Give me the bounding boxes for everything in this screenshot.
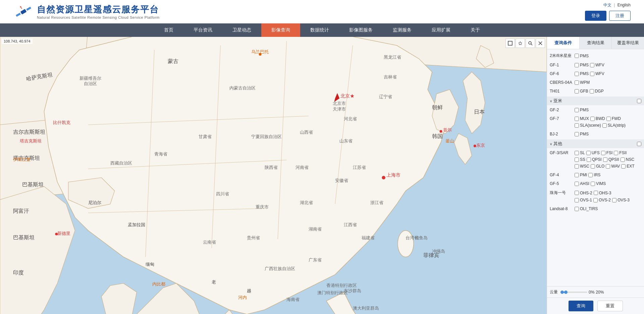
cb-section-other[interactable]: [637, 142, 641, 146]
nav-data-stats[interactable]: 数据统计: [300, 23, 339, 37]
checkbox-pms-gf2[interactable]: PMS: [575, 108, 589, 112]
lang-zh[interactable]: 中文: [603, 3, 611, 7]
checkbox-irs-gf4[interactable]: IRS: [588, 173, 600, 177]
cb-bwd-gf7[interactable]: [590, 117, 595, 121]
cb-ovs2-zh1[interactable]: [593, 198, 598, 202]
checkbox-wav-gf3[interactable]: WAV: [606, 164, 620, 169]
checkbox-pms-2m8m[interactable]: PMS: [575, 54, 589, 58]
checkbox-ahsi-gf5[interactable]: AHSI: [575, 181, 589, 186]
checkbox-fsi-gf3[interactable]: FSI: [601, 150, 613, 155]
checkbox-pms-gf1[interactable]: PMS: [575, 63, 589, 67]
checkbox-pms-bj2[interactable]: PMS: [575, 132, 589, 136]
cb-vims-gf5[interactable]: [591, 182, 595, 186]
cb-sla-scene-gf7[interactable]: [575, 123, 579, 128]
slider-thumb-right[interactable]: [564, 291, 568, 294]
cb-wfv-gf1[interactable]: [590, 63, 594, 67]
close-map-tool[interactable]: [536, 39, 545, 48]
nav-image-query[interactable]: 影像查询: [261, 23, 300, 37]
query-button[interactable]: 查询: [569, 301, 593, 311]
cb-ohs2-zh1[interactable]: [575, 191, 579, 195]
checkbox-fwd-gf7[interactable]: FWD: [606, 116, 621, 121]
nav-image-service[interactable]: 影像图服务: [339, 23, 383, 37]
nav-home[interactable]: 首页: [154, 23, 183, 37]
cb-qpsi-gf3[interactable]: [587, 158, 591, 162]
checkbox-bwd-gf7[interactable]: BWD: [590, 116, 605, 121]
checkbox-sla-scene-gf7[interactable]: SLA(scene): [575, 123, 601, 128]
checkbox-ovs3-zh1[interactable]: OVS-3: [612, 198, 630, 202]
checkbox-fsii-gf3[interactable]: FSII: [614, 150, 627, 155]
checkbox-sla-strip-gf7[interactable]: SLA(strip): [602, 123, 626, 128]
checkbox-qpsi-gf3[interactable]: QPSI: [587, 157, 602, 162]
checkbox-ohs3-zh1[interactable]: OHS-3: [594, 191, 611, 195]
cb-oli-tirs-landsat8[interactable]: [575, 207, 579, 211]
cb-wfv-gf6[interactable]: [590, 72, 594, 76]
cb-fsi-gf3[interactable]: [601, 151, 605, 155]
checkbox-ext-gf3[interactable]: EXT: [621, 164, 634, 169]
cb-sl-gf3[interactable]: [575, 151, 579, 155]
cb-ext-gf3[interactable]: [621, 164, 626, 169]
cb-pms-2m8m[interactable]: [575, 54, 579, 58]
checkbox-ovs2-zh1[interactable]: OVS-2: [593, 198, 611, 202]
cb-wav-gf3[interactable]: [606, 164, 610, 169]
checkbox-pmi-gf4[interactable]: PMI: [575, 173, 587, 177]
checkbox-wfv-gf6[interactable]: WFV: [590, 71, 604, 76]
cb-ss-gf3[interactable]: [575, 158, 579, 162]
tab-coverage-results[interactable]: 覆盖率结果: [612, 37, 644, 49]
favorite-tool[interactable]: [516, 39, 525, 48]
cb-wpm-cbers04a[interactable]: [575, 80, 579, 85]
checkbox-dgp-th01[interactable]: DGP: [590, 89, 604, 93]
section-header-submeter[interactable]: ∨ 亚米: [547, 97, 644, 105]
cb-wsc-gf3[interactable]: [575, 164, 579, 169]
panel-content[interactable]: 2米/8米星座 PMS GF-1 PMS WFV: [547, 49, 644, 286]
cb-dgp-th01[interactable]: [590, 89, 594, 93]
reset-button[interactable]: 重置: [597, 301, 623, 311]
checkbox-oli-tirs-landsat8[interactable]: OLI_TIRS: [575, 206, 598, 211]
cb-gfb-th01[interactable]: [575, 89, 579, 93]
checkbox-ss-gf3[interactable]: SS: [575, 157, 585, 162]
checkbox-pms-gf6[interactable]: PMS: [575, 71, 589, 76]
cb-ufs-gf3[interactable]: [586, 151, 591, 155]
cb-pmi-gf4[interactable]: [575, 173, 579, 177]
checkbox-wsc-gf3[interactable]: WSC: [575, 164, 589, 169]
cb-ohs3-zh1[interactable]: [594, 191, 598, 195]
cb-pms-gf2[interactable]: [575, 108, 579, 112]
lang-en[interactable]: English: [618, 3, 631, 7]
checkbox-ovs1-zh1[interactable]: OVS-1: [575, 198, 592, 202]
checkbox-vims-gf5[interactable]: VIMS: [591, 181, 606, 186]
nav-app-expand[interactable]: 应用扩展: [422, 23, 461, 37]
nav-about[interactable]: 关于: [461, 23, 490, 37]
map-container[interactable]: 108.743, 40.974: [0, 37, 547, 314]
login-button[interactable]: 登录: [585, 11, 606, 21]
checkbox-ohs2-zh1[interactable]: OHS-2: [575, 191, 592, 195]
search-tool[interactable]: [526, 39, 535, 48]
cb-sla-strip-gf7[interactable]: [602, 123, 607, 128]
cb-glo-gf3[interactable]: [591, 164, 595, 169]
checkbox-wpm-cbers04a[interactable]: WPM: [575, 80, 590, 85]
checkbox-gfb-th01[interactable]: GFB: [575, 89, 588, 93]
cb-ahsi-gf5[interactable]: [575, 182, 579, 186]
nav-monitor[interactable]: 监测服务: [383, 23, 422, 37]
checkbox-nsc-gf3[interactable]: NSC: [621, 157, 634, 162]
cb-fwd-gf7[interactable]: [606, 117, 611, 121]
checkbox-glo-gf3[interactable]: GLO: [591, 164, 604, 169]
cb-qpsii-gf3[interactable]: [603, 158, 607, 162]
cb-pms-gf6[interactable]: [575, 72, 579, 76]
slider-thumb-left[interactable]: [560, 291, 564, 294]
cb-irs-gf4[interactable]: [588, 173, 593, 177]
tab-query-conditions[interactable]: 查询条件: [547, 37, 580, 49]
cb-ovs3-zh1[interactable]: [612, 198, 616, 202]
cb-fsii-gf3[interactable]: [614, 151, 618, 155]
cb-nsc-gf3[interactable]: [621, 158, 625, 162]
checkbox-qpsii-gf3[interactable]: QPSII: [603, 157, 619, 162]
checkbox-ufs-gf3[interactable]: UFS: [586, 150, 600, 155]
checkbox-sl-gf3[interactable]: SL: [575, 150, 585, 155]
checkbox-mux-gf7[interactable]: MUX: [575, 116, 589, 121]
cb-mux-gf7[interactable]: [575, 117, 579, 121]
cb-ovs1-zh1[interactable]: [575, 198, 579, 202]
cb-section-submeter[interactable]: [637, 99, 641, 103]
draw-rect-tool[interactable]: [505, 39, 515, 48]
cloud-slider[interactable]: [560, 292, 587, 293]
nav-platform[interactable]: 平台资讯: [183, 23, 222, 37]
cb-pms-gf1[interactable]: [575, 63, 579, 67]
register-button[interactable]: 注册: [609, 11, 631, 21]
